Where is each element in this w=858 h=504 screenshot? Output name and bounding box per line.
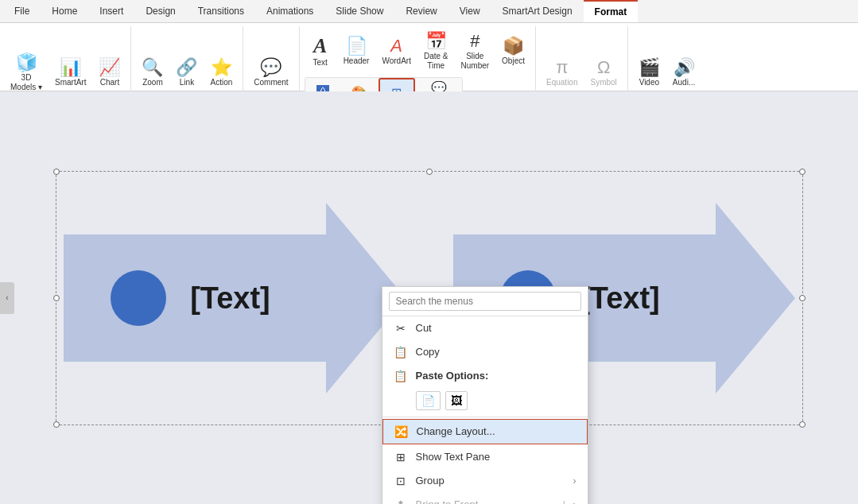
handle-tm[interactable] (426, 169, 433, 175)
group-icon: ⊡ (394, 475, 408, 487)
paste-btn-2[interactable]: 🖼 (445, 391, 468, 410)
bring-to-front-icon: ⬆ (394, 498, 408, 505)
tab-view[interactable]: View (448, 0, 491, 22)
audio-btn[interactable]: 🔊 Audi... (667, 50, 701, 96)
tab-transitions[interactable]: Transitions (187, 0, 255, 22)
change-layout-icon: 🔀 (394, 425, 409, 438)
left-text: [Text] (190, 281, 270, 315)
chart-icon: 📈 (99, 59, 120, 76)
paste-sub-row: 📄 🖼 (382, 388, 588, 415)
action-btn[interactable]: ⭐ Action (204, 50, 238, 96)
wordart-icon: A (390, 37, 402, 55)
bring-to-front-arrow: › (573, 499, 577, 505)
left-circle (111, 270, 166, 326)
tab-design[interactable]: Design (134, 0, 186, 22)
cm-search-input[interactable] (389, 292, 581, 311)
paste-btn-1[interactable]: 📄 (416, 391, 441, 410)
tab-home[interactable]: Home (41, 0, 88, 22)
copy-icon: 📋 (394, 346, 408, 359)
cm-search-area (382, 287, 588, 316)
equation-btn[interactable]: π Equation (541, 50, 583, 96)
left-arrow-shape[interactable]: [Text] (64, 203, 406, 394)
audio-icon: 🔊 (674, 59, 695, 76)
equation-icon: π (556, 59, 568, 76)
handle-tl[interactable] (53, 169, 60, 175)
tab-smartart-design[interactable]: SmartArt Design (491, 0, 584, 22)
smartart-btn[interactable]: 📊 SmartArt (49, 50, 91, 96)
handle-br[interactable] (799, 421, 806, 428)
tab-animations[interactable]: Animations (255, 0, 324, 22)
slidenumber-btn[interactable]: # SlideNumber (456, 29, 495, 74)
handle-mr[interactable] (799, 295, 806, 301)
divider-1 (382, 417, 588, 417)
cut-icon: ✂ (394, 322, 408, 335)
show-text-pane-item[interactable]: ⊞ Show Text Pane (382, 445, 588, 469)
sidebar-toggle[interactable]: ‹ (0, 282, 14, 314)
zoom-icon: 🔍 (142, 59, 163, 76)
cut-item[interactable]: ✂ Cut (382, 316, 588, 340)
smartart-icon: 📊 (60, 59, 81, 76)
copy-item[interactable]: 📋 Copy (382, 340, 588, 364)
3d-models-btn[interactable]: 🧊 3DModels ▾ (5, 50, 48, 96)
comment-icon: 💬 (260, 59, 281, 76)
canvas-area: ‹ [Text] (0, 91, 858, 504)
text-btn[interactable]: A Text (305, 29, 336, 74)
wordart-btn[interactable]: A WordArt (376, 29, 417, 74)
video-icon: 🎬 (639, 59, 660, 76)
right-text: [Text] (580, 281, 660, 315)
object-btn[interactable]: 📦 Object (496, 29, 530, 74)
bring-to-front-item[interactable]: ⬆ Bring to Front | › (382, 493, 588, 505)
symbol-icon: Ω (597, 59, 610, 76)
change-layout-item[interactable]: 🔀 Change Layout... (382, 419, 588, 444)
datetime-btn[interactable]: 📅 Date &Time (418, 29, 454, 74)
tab-slideshow[interactable]: Slide Show (324, 0, 394, 22)
video-btn[interactable]: 🎬 Video (633, 50, 666, 96)
paste-icon: 📋 (394, 370, 408, 382)
object-icon: 📦 (503, 37, 524, 55)
tab-insert[interactable]: Insert (88, 0, 134, 22)
handle-tr[interactable] (799, 169, 806, 175)
link-btn[interactable]: 🔗 Link (170, 50, 203, 96)
datetime-icon: 📅 (425, 33, 447, 50)
comment-btn[interactable]: 💬 Comment (248, 50, 293, 96)
action-icon: ⭐ (211, 59, 232, 76)
group-arrow: › (573, 475, 577, 487)
symbol-btn[interactable]: Ω Symbol (584, 50, 622, 96)
tab-file[interactable]: File (3, 0, 41, 22)
chart-btn[interactable]: 📈 Chart (93, 50, 126, 96)
tab-review[interactable]: Review (394, 0, 448, 22)
text-icon: A (313, 36, 327, 56)
context-menu: ✂ Cut 📋 Copy 📋 Paste Options: 📄 🖼 🔀 (382, 286, 588, 505)
handle-bl[interactable] (53, 421, 60, 428)
sidebar-toggle-icon: ‹ (6, 293, 8, 302)
slidenumber-icon: # (470, 33, 479, 50)
group-item[interactable]: ⊡ Group › (382, 469, 588, 493)
zoom-btn[interactable]: 🔍 Zoom (136, 50, 169, 96)
3d-models-icon: 🧊 (16, 54, 37, 72)
handle-ml[interactable] (53, 295, 60, 301)
paste-options-header: 📋 Paste Options: (382, 364, 588, 388)
show-text-pane-icon: ⊞ (394, 451, 408, 463)
header-btn[interactable]: 📄 Header (338, 29, 375, 74)
tab-format[interactable]: Format (584, 0, 639, 22)
link-icon: 🔗 (176, 59, 197, 76)
header-icon: 📄 (346, 37, 367, 55)
